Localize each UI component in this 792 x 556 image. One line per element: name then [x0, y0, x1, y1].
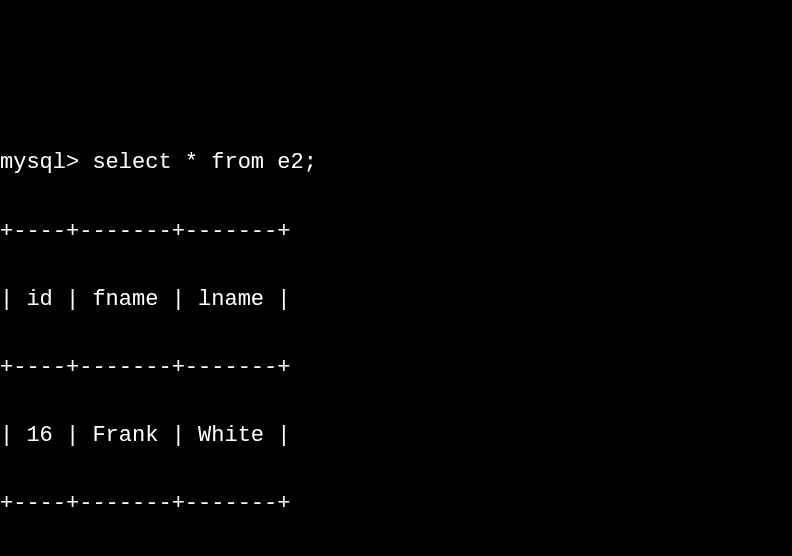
- table-header: | id | fname | lname |: [0, 283, 792, 317]
- table-row: | 16 | Frank | White |: [0, 419, 792, 453]
- table-border: +----+-------+-------+: [0, 215, 792, 249]
- sql-command-1: select * from e2;: [92, 150, 316, 175]
- table-border: +----+-------+-------+: [0, 487, 792, 521]
- prompt-line-1[interactable]: mysql> select * from e2;: [0, 146, 792, 180]
- mysql-prompt: mysql>: [0, 150, 79, 175]
- table-border: +----+-------+-------+: [0, 351, 792, 385]
